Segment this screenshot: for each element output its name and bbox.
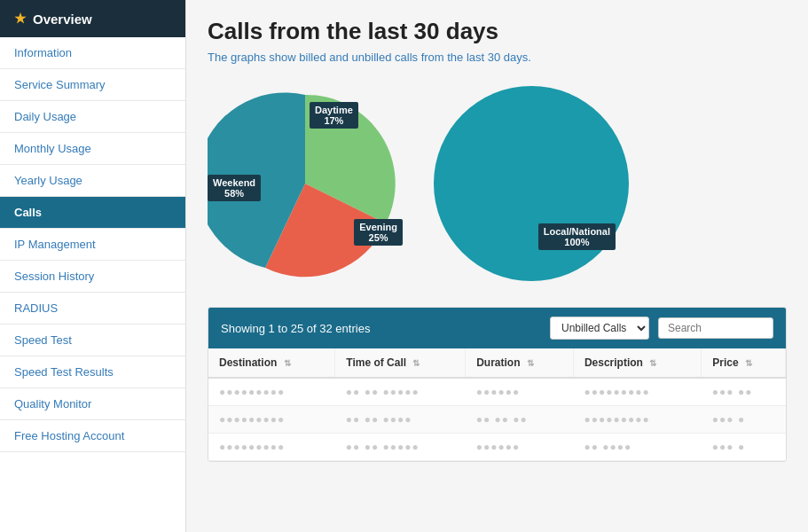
- pie-chart-1: Daytime 17% Evening 25% Weekend 58%: [208, 86, 403, 281]
- sidebar-item-ip-management[interactable]: IP Management: [0, 229, 185, 261]
- col-description[interactable]: Description ⇅: [573, 348, 701, 378]
- col-duration[interactable]: Duration ⇅: [466, 348, 574, 378]
- local-national-label-text: Local/National: [544, 226, 610, 237]
- calls-table-section: Showing 1 to 25 of 32 entries Unbilled C…: [208, 307, 787, 462]
- calls-table: Destination ⇅ Time of Call ⇅ Duration ⇅ …: [208, 348, 786, 461]
- table-header-row: Destination ⇅ Time of Call ⇅ Duration ⇅ …: [208, 348, 786, 378]
- daytime-percent: 17%: [315, 115, 353, 126]
- sidebar-header: ★ Overview: [0, 0, 185, 37]
- table-head: Destination ⇅ Time of Call ⇅ Duration ⇅ …: [208, 348, 786, 378]
- daytime-label: Daytime 17%: [310, 102, 358, 129]
- cell-time_of_call: ●● ●● ●●●●●: [335, 378, 466, 406]
- sidebar-item-yearly-usage[interactable]: Yearly Usage: [0, 165, 185, 197]
- sidebar: ★ Overview InformationService SummaryDai…: [0, 0, 186, 532]
- sidebar-item-free-hosting-account[interactable]: Free Hosting Account: [0, 420, 185, 452]
- cell-duration: ●●●●●●: [466, 378, 574, 406]
- page-subtitle: The graphs show billed and unbilled call…: [208, 51, 787, 64]
- cell-description: ●●●●●●●●●: [573, 378, 701, 406]
- sidebar-item-information[interactable]: Information: [0, 37, 185, 69]
- pie-chart-2: Local/National 100%: [429, 82, 633, 286]
- cell-description: ●● ●●●●: [573, 434, 701, 461]
- weekend-label-text: Weekend: [213, 177, 255, 188]
- charts-area: Daytime 17% Evening 25% Weekend 58% Loca…: [208, 82, 787, 286]
- local-national-segment: [434, 86, 629, 281]
- showing-entries: Showing 1 to 25 of 32 entries: [221, 322, 370, 335]
- evening-label: Evening 25%: [354, 219, 403, 246]
- table-row: ●●●●●●●●●●● ●● ●●●●●● ●● ●●●●●●●●●●●●●● …: [208, 406, 786, 434]
- cell-destination: ●●●●●●●●●: [208, 378, 335, 406]
- sidebar-item-quality-monitor[interactable]: Quality Monitor: [0, 388, 185, 420]
- evening-label-text: Evening: [359, 222, 397, 232]
- daytime-label-text: Daytime: [315, 105, 353, 115]
- cell-destination: ●●●●●●●●●: [208, 406, 335, 434]
- sidebar-item-service-summary[interactable]: Service Summary: [0, 69, 185, 101]
- cell-price: ●●● ●: [702, 434, 786, 461]
- table-controls: Unbilled Calls Billed Calls All Calls: [550, 317, 773, 340]
- cell-description: ●●●●●●●●●: [573, 406, 701, 434]
- calls-type-dropdown[interactable]: Unbilled Calls Billed Calls All Calls: [550, 317, 649, 340]
- cell-time_of_call: ●● ●● ●●●●●: [335, 434, 466, 461]
- cell-destination: ●●●●●●●●●: [208, 434, 335, 461]
- local-national-label: Local/National 100%: [538, 223, 616, 250]
- star-icon: ★: [14, 11, 26, 27]
- evening-percent: 25%: [359, 232, 397, 243]
- sidebar-item-speed-test[interactable]: Speed Test: [0, 325, 185, 356]
- pie-svg-2: [429, 82, 633, 286]
- cell-time_of_call: ●● ●● ●●●●: [335, 406, 466, 434]
- col-destination[interactable]: Destination ⇅: [208, 348, 335, 378]
- search-input[interactable]: [658, 317, 773, 339]
- page-title: Calls from the last 30 days: [208, 18, 787, 45]
- weekend-percent: 58%: [213, 188, 255, 199]
- table-row: ●●●●●●●●●●● ●● ●●●●●●●●●●●●● ●●●●●●● ●: [208, 434, 786, 461]
- cell-duration: ●●●●●●: [466, 434, 574, 461]
- sort-icon-time: ⇅: [412, 358, 420, 368]
- sort-icon-destination: ⇅: [284, 358, 291, 368]
- table-body: ●●●●●●●●●●● ●● ●●●●●●●●●●●●●●●●●●●●●●● ●…: [208, 378, 786, 461]
- col-price[interactable]: Price ⇅: [702, 348, 786, 378]
- sort-icon-description: ⇅: [649, 358, 656, 368]
- local-national-percent: 100%: [544, 237, 610, 247]
- sidebar-item-radius[interactable]: RADIUS: [0, 293, 185, 325]
- cell-duration: ●● ●● ●●: [466, 406, 574, 434]
- sidebar-item-speed-test-results[interactable]: Speed Test Results: [0, 356, 185, 388]
- cell-price: ●●● ●: [702, 406, 786, 434]
- sidebar-header-label: Overview: [33, 12, 92, 27]
- sidebar-item-session-history[interactable]: Session History: [0, 261, 185, 293]
- sort-icon-duration: ⇅: [527, 358, 534, 368]
- sidebar-items: InformationService SummaryDaily UsageMon…: [0, 37, 185, 452]
- table-header-bar: Showing 1 to 25 of 32 entries Unbilled C…: [208, 308, 786, 348]
- weekend-label: Weekend 58%: [208, 175, 261, 201]
- sidebar-item-daily-usage[interactable]: Daily Usage: [0, 101, 185, 133]
- cell-price: ●●● ●●: [702, 378, 786, 406]
- main-content: Calls from the last 30 days The graphs s…: [186, 0, 808, 532]
- table-row: ●●●●●●●●●●● ●● ●●●●●●●●●●●●●●●●●●●●●●● ●…: [208, 378, 786, 406]
- sort-icon-price: ⇅: [745, 358, 752, 368]
- sidebar-item-monthly-usage[interactable]: Monthly Usage: [0, 133, 185, 165]
- sidebar-item-calls[interactable]: Calls: [0, 197, 185, 229]
- col-time-of-call[interactable]: Time of Call ⇅: [335, 348, 466, 378]
